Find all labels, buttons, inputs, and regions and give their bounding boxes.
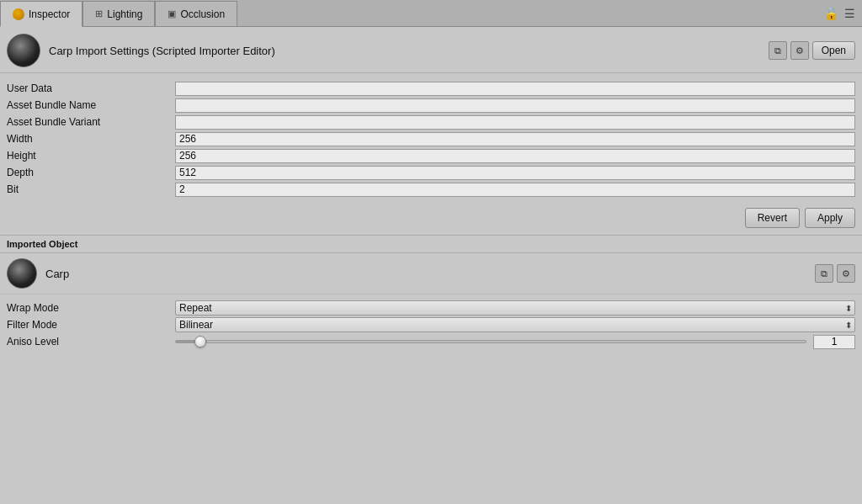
imported-asset-name: Carp [45, 268, 806, 280]
tab-occlusion-label: Occlusion [180, 8, 225, 20]
tab-inspector-label: Inspector [29, 8, 70, 20]
imported-gear-icon[interactable]: ⚙ [837, 264, 855, 283]
open-button[interactable]: Open [812, 41, 855, 60]
height-row: Height [0, 147, 862, 164]
revert-button[interactable]: Revert [745, 208, 800, 228]
imported-copy-icon[interactable]: ⧉ [815, 264, 833, 283]
asset-properties: Wrap Mode Repeat Clamp Mirror MirrorOnce… [0, 294, 862, 353]
import-settings-form: User Data Asset Bundle Name Asset Bundle… [0, 73, 862, 201]
user-data-input[interactable] [175, 82, 855, 96]
main-content: Carp Import Settings (Scripted Importer … [0, 27, 862, 353]
imported-object-header: Carp ⧉ ⚙ [0, 253, 862, 294]
asset-bundle-variant-row: Asset Bundle Variant [0, 114, 862, 130]
asset-bundle-name-row: Asset Bundle Name [0, 97, 862, 114]
filter-mode-label: Filter Mode [7, 319, 175, 331]
width-input[interactable] [175, 132, 855, 146]
imported-icons: ⧉ ⚙ [815, 264, 855, 283]
bit-label: Bit [7, 183, 175, 195]
apply-button[interactable]: Apply [805, 208, 855, 228]
lock-icon[interactable]: 🔒 [823, 6, 838, 21]
aniso-level-slider-wrapper [175, 335, 855, 349]
depth-label: Depth [7, 167, 175, 178]
tab-lighting-label: Lighting [107, 8, 142, 20]
imported-object-label: Imported Object [0, 236, 862, 253]
header-buttons: ⧉ ⚙ Open [769, 41, 855, 60]
user-data-label: User Data [7, 82, 175, 94]
filter-mode-select-wrapper: Point (no filter) Bilinear Trilinear ⬍ [175, 317, 855, 332]
height-input[interactable] [175, 149, 855, 163]
tab-lighting[interactable]: ⊞ Lighting [82, 1, 155, 27]
occlusion-icon: ▣ [168, 8, 176, 19]
asset-thumbnail-large [7, 34, 40, 67]
tab-inspector[interactable]: Inspector [0, 1, 82, 27]
aniso-level-track [175, 340, 806, 343]
form-action-buttons: Revert Apply [0, 201, 862, 235]
asset-bundle-variant-input[interactable] [175, 115, 855, 130]
aniso-level-thumb[interactable] [194, 336, 206, 347]
imported-asset-thumbnail [7, 258, 37, 289]
filter-mode-row: Filter Mode Point (no filter) Bilinear T… [0, 316, 862, 333]
user-data-row: User Data [0, 80, 862, 97]
lighting-icon: ⊞ [95, 8, 103, 19]
inspector-icon [13, 8, 24, 20]
wrap-mode-label: Wrap Mode [7, 302, 175, 314]
menu-icon[interactable]: ☰ [842, 6, 857, 21]
asset-title: Carp Import Settings (Scripted Importer … [49, 45, 760, 57]
asset-bundle-name-input[interactable] [175, 98, 855, 113]
tab-bar: Inspector ⊞ Lighting ▣ Occlusion 🔒 ☰ [0, 0, 862, 27]
height-label: Height [7, 150, 175, 162]
bit-row: Bit [0, 181, 862, 198]
wrap-mode-row: Wrap Mode Repeat Clamp Mirror MirrorOnce… [0, 300, 862, 316]
depth-input[interactable] [175, 166, 855, 180]
aniso-level-row: Aniso Level [0, 333, 862, 350]
depth-row: Depth [0, 164, 862, 181]
aniso-level-label: Aniso Level [7, 336, 175, 347]
asset-bundle-name-label: Asset Bundle Name [7, 99, 175, 111]
tab-bar-actions: 🔒 ☰ [823, 0, 862, 26]
filter-mode-select[interactable]: Point (no filter) Bilinear Trilinear [175, 317, 855, 332]
width-label: Width [7, 133, 175, 145]
wrap-mode-select-wrapper: Repeat Clamp Mirror MirrorOnce ⬍ [175, 300, 855, 316]
tab-occlusion[interactable]: ▣ Occlusion [155, 1, 237, 27]
copy-icon-btn[interactable]: ⧉ [769, 41, 787, 60]
asset-header: Carp Import Settings (Scripted Importer … [0, 27, 862, 73]
imported-object-section: Imported Object Carp ⧉ ⚙ Wrap Mode Repea… [0, 236, 862, 353]
gear-icon-btn[interactable]: ⚙ [790, 41, 809, 60]
aniso-level-value[interactable] [813, 335, 855, 349]
bit-input[interactable] [175, 183, 855, 197]
asset-bundle-variant-label: Asset Bundle Variant [7, 116, 175, 128]
wrap-mode-select[interactable]: Repeat Clamp Mirror MirrorOnce [175, 300, 855, 316]
width-row: Width [0, 130, 862, 147]
